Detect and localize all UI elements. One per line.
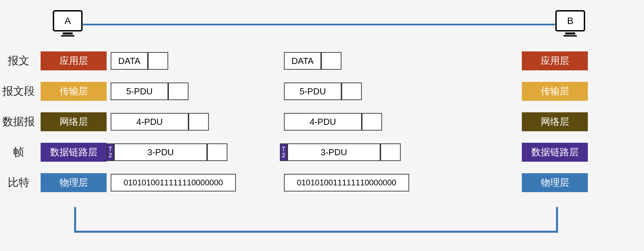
pdu-group-4a: 0101010011111110000000 <box>111 174 236 191</box>
pdu-name-3: 帧 <box>0 145 37 160</box>
host-a-label: A <box>53 10 83 31</box>
pdu-name-4: 比特 <box>0 175 37 190</box>
row-physical: 比特 物理层 0101010011111110000000 0101010011… <box>0 173 644 193</box>
trailer-3a: T2 <box>107 143 114 161</box>
pdu-2a: 4-PDU <box>111 113 188 131</box>
row-datalink: 帧 数据链路层 T2 3-PDU H2 T2 3-PDU H2 数据链路层 <box>0 142 644 162</box>
host-a-icon: A <box>52 10 83 37</box>
pdu-group-2a: 4-PDU H3 <box>111 113 209 131</box>
host-b-icon: B <box>555 10 585 37</box>
hdr-2b: H3 <box>362 113 382 131</box>
connection-line <box>83 24 555 25</box>
layer-right-phys: 物理层 <box>522 173 588 192</box>
trailer-3b: T2 <box>280 143 287 161</box>
pdu-1a: 5-PDU <box>111 83 168 100</box>
pdu-0b: DATA <box>284 52 321 70</box>
row-network: 数据报 网络层 4-PDU H3 4-PDU H3 网络层 <box>0 112 644 132</box>
physical-link-line <box>74 207 558 233</box>
hdr-3a: H2 <box>207 143 227 161</box>
layer-left-app: 应用层 <box>41 51 107 70</box>
pdu-2b: 4-PDU <box>284 113 362 131</box>
row-application: 报文 应用层 DATA H5 DATA H5 应用层 <box>0 51 644 71</box>
layer-left-link: 数据链路层 <box>41 143 107 162</box>
row-transport: 报文段 传输层 5-PDU H4 5-PDU H4 传输层 <box>0 81 644 101</box>
pdu-group-0b: DATA H5 <box>284 52 341 70</box>
pdu-group-3b: T2 3-PDU H2 <box>280 143 401 161</box>
hdr-2a: H3 <box>188 113 209 131</box>
host-b-label: B <box>555 10 585 31</box>
layer-right-trans: 传输层 <box>522 82 588 101</box>
bits-4a: 0101010011111110000000 <box>111 174 236 191</box>
pdu-group-1a: 5-PDU H4 <box>111 83 188 100</box>
pdu-group-1b: 5-PDU H4 <box>284 83 362 100</box>
layer-left-phys: 物理层 <box>41 173 107 192</box>
layer-left-trans: 传输层 <box>41 82 107 101</box>
hdr-3b: H2 <box>380 143 401 161</box>
hdr-0b: H5 <box>321 52 341 70</box>
pdu-3a: 3-PDU <box>114 143 207 161</box>
pdu-name-1: 报文段 <box>0 84 37 99</box>
pdu-group-0a: DATA H5 <box>111 52 168 70</box>
pdu-group-4b: 0101010011111110000000 <box>284 174 409 191</box>
pdu-group-2b: 4-PDU H3 <box>284 113 382 131</box>
hdr-1a: H4 <box>168 83 188 100</box>
layer-right-net: 网络层 <box>522 112 588 131</box>
layer-left-net: 网络层 <box>41 112 107 131</box>
top-row: A B <box>0 10 644 41</box>
diagram-container: A B 报文 应用层 DATA H5 DATA H5 应用层 报文段 传输层 5… <box>0 10 644 193</box>
pdu-name-0: 报文 <box>0 53 37 68</box>
pdu-group-3a: T2 3-PDU H2 <box>107 143 227 161</box>
pdu-name-2: 数据报 <box>0 114 37 129</box>
pdu-1b: 5-PDU <box>284 83 341 100</box>
pdu-0a: DATA <box>111 52 148 70</box>
layer-right-app: 应用层 <box>522 51 588 70</box>
hdr-0a: H5 <box>148 52 168 70</box>
hdr-1b: H4 <box>341 83 362 100</box>
layer-right-link: 数据链路层 <box>522 143 588 162</box>
bits-4b: 0101010011111110000000 <box>284 174 409 191</box>
pdu-3b: 3-PDU <box>287 143 380 161</box>
